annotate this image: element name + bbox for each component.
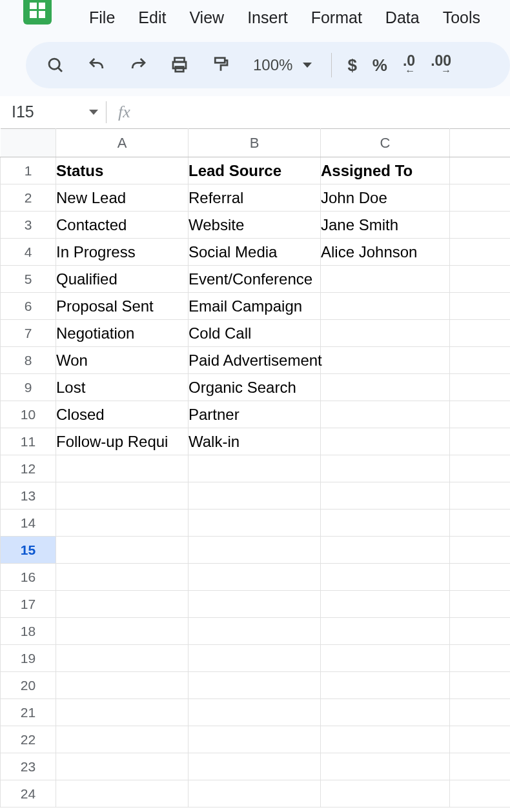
cell-B9[interactable]: Organic Search (189, 374, 321, 401)
name-box[interactable]: I15 (12, 103, 102, 121)
menu-edit[interactable]: Edit (127, 3, 178, 32)
row-header[interactable]: 10 (1, 401, 56, 428)
cell-B10[interactable]: Partner (189, 401, 321, 428)
cell-extra-4[interactable] (450, 239, 511, 266)
cell-C15[interactable] (321, 537, 450, 564)
cell-A22[interactable] (56, 726, 189, 753)
cell-C18[interactable] (321, 618, 450, 645)
cell-B14[interactable] (189, 510, 321, 537)
cell-A5[interactable]: Qualified (56, 266, 189, 293)
cell-C22[interactable] (321, 726, 450, 753)
spreadsheet-grid[interactable]: A B C 1StatusLead SourceAssigned To2New … (0, 128, 510, 807)
menu-data[interactable]: Data (374, 3, 431, 32)
undo-icon[interactable] (84, 52, 110, 78)
row-header[interactable]: 12 (1, 455, 56, 482)
cell-B13[interactable] (189, 482, 321, 510)
cell-C8[interactable] (321, 347, 450, 374)
cell-extra-5[interactable] (450, 266, 511, 293)
cell-A13[interactable] (56, 482, 189, 510)
cell-A12[interactable] (56, 455, 189, 482)
cell-A24[interactable] (56, 780, 189, 807)
column-header-C[interactable]: C (321, 129, 450, 157)
cell-A7[interactable]: Negotiation (56, 320, 189, 347)
cell-extra-24[interactable] (450, 780, 511, 807)
cell-B1[interactable]: Lead Source (189, 157, 321, 184)
menu-file[interactable]: File (77, 3, 127, 32)
redo-icon[interactable] (125, 52, 151, 78)
cell-C4[interactable]: Alice Johnson (321, 239, 450, 266)
select-all-corner[interactable] (1, 129, 56, 157)
cell-A15[interactable] (56, 537, 189, 564)
cell-C19[interactable] (321, 645, 450, 672)
cell-B21[interactable] (189, 699, 321, 726)
cell-extra-8[interactable] (450, 347, 511, 374)
row-header[interactable]: 15 (1, 537, 56, 564)
menu-view[interactable]: View (178, 3, 236, 32)
cell-B19[interactable] (189, 645, 321, 672)
row-header[interactable]: 19 (1, 645, 56, 672)
cell-C24[interactable] (321, 780, 450, 807)
cell-A17[interactable] (56, 591, 189, 618)
increase-decimal-button[interactable]: .00 → (431, 52, 451, 78)
cell-C1[interactable]: Assigned To (321, 157, 450, 184)
cell-B20[interactable] (189, 672, 321, 699)
column-header-A[interactable]: A (56, 129, 189, 157)
cell-A2[interactable]: New Lead (56, 184, 189, 212)
cell-A9[interactable]: Lost (56, 374, 189, 401)
row-header[interactable]: 16 (1, 564, 56, 591)
cell-C14[interactable] (321, 510, 450, 537)
cell-A21[interactable] (56, 699, 189, 726)
cell-B22[interactable] (189, 726, 321, 753)
cell-B7[interactable]: Cold Call (189, 320, 321, 347)
menu-insert[interactable]: Insert (236, 3, 300, 32)
cell-B2[interactable]: Referral (189, 184, 321, 212)
cell-B3[interactable]: Website (189, 212, 321, 239)
search-icon[interactable] (43, 52, 68, 78)
cell-B5[interactable]: Event/Conference (189, 266, 321, 293)
cell-extra-10[interactable] (450, 401, 511, 428)
cell-extra-13[interactable] (450, 482, 511, 510)
row-header[interactable]: 20 (1, 672, 56, 699)
cell-B16[interactable] (189, 564, 321, 591)
format-percent-button[interactable]: % (372, 55, 387, 75)
row-header[interactable]: 6 (1, 293, 56, 320)
cell-A10[interactable]: Closed (56, 401, 189, 428)
menu-format[interactable]: Format (300, 3, 374, 32)
menu-tools[interactable]: Tools (431, 3, 492, 32)
row-header[interactable]: 4 (1, 239, 56, 266)
cell-A20[interactable] (56, 672, 189, 699)
cell-C2[interactable]: John Doe (321, 184, 450, 212)
cell-C20[interactable] (321, 672, 450, 699)
row-header[interactable]: 13 (1, 482, 56, 510)
cell-extra-3[interactable] (450, 212, 511, 239)
cell-C11[interactable] (321, 428, 450, 455)
row-header[interactable]: 1 (1, 157, 56, 184)
cell-C17[interactable] (321, 591, 450, 618)
cell-A1[interactable]: Status (56, 157, 189, 184)
row-header[interactable]: 18 (1, 618, 56, 645)
row-header[interactable]: 9 (1, 374, 56, 401)
cell-C7[interactable] (321, 320, 450, 347)
row-header[interactable]: 24 (1, 780, 56, 807)
row-header[interactable]: 14 (1, 510, 56, 537)
cell-A16[interactable] (56, 564, 189, 591)
row-header[interactable]: 23 (1, 753, 56, 780)
cell-extra-1[interactable] (450, 157, 511, 184)
cell-extra-18[interactable] (450, 618, 511, 645)
cell-extra-21[interactable] (450, 699, 511, 726)
cell-extra-17[interactable] (450, 591, 511, 618)
row-header[interactable]: 21 (1, 699, 56, 726)
cell-extra-20[interactable] (450, 672, 511, 699)
cell-extra-14[interactable] (450, 510, 511, 537)
column-header-extra[interactable] (450, 129, 511, 157)
row-header[interactable]: 2 (1, 184, 56, 212)
cell-extra-15[interactable] (450, 537, 511, 564)
cell-C23[interactable] (321, 753, 450, 780)
cell-extra-12[interactable] (450, 455, 511, 482)
cell-B8[interactable]: Paid Advertisement (189, 347, 321, 374)
cell-extra-22[interactable] (450, 726, 511, 753)
cell-extra-23[interactable] (450, 753, 511, 780)
cell-extra-19[interactable] (450, 645, 511, 672)
cell-extra-2[interactable] (450, 184, 511, 212)
print-icon[interactable] (167, 52, 192, 78)
